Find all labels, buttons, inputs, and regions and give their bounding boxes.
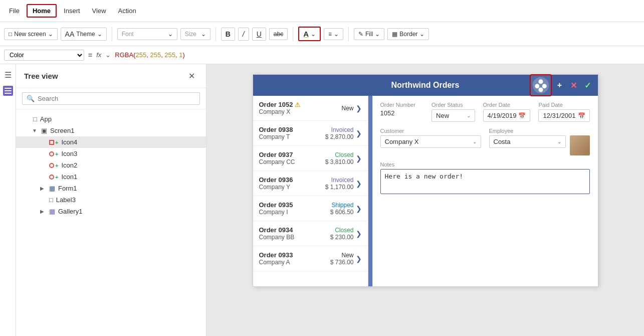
theme-button[interactable]: AA Theme ⌄ xyxy=(61,28,107,41)
order-status-value: New xyxy=(436,112,465,119)
menu-home[interactable]: Home xyxy=(27,4,57,18)
property-selector[interactable]: Color xyxy=(4,50,84,61)
paid-date-value: 12/31/2001 xyxy=(543,112,575,119)
confirm-button[interactable]: ✓ xyxy=(582,79,594,91)
order-info-0934: Order 0934 Company BB xyxy=(259,226,328,241)
order-date-input[interactable]: 4/19/2019 📅 xyxy=(483,109,531,122)
employee-row: Costa ⌄ xyxy=(489,135,590,155)
order-status-0938: Invoiced xyxy=(325,126,354,133)
tree-label-form1: Form1 xyxy=(58,185,77,192)
avatar-image xyxy=(570,135,590,155)
tree-item-icon4[interactable]: + Icon4 xyxy=(16,136,206,148)
order-status-0937: Closed xyxy=(325,151,354,158)
notes-label: Notes xyxy=(380,161,590,167)
order-num-0936: Order 0936 xyxy=(259,176,323,184)
order-item-0936[interactable]: Order 0936 Company Y Invoiced $ 1,170.00… xyxy=(253,171,368,196)
menu-file[interactable]: File xyxy=(4,5,25,17)
order-status-0933: New xyxy=(330,252,354,259)
order-list: Order 1052 ⚠ Company X New ❯ Order xyxy=(253,96,368,286)
order-item-0937[interactable]: Order 0937 Company CC Closed $ 3,810.00 … xyxy=(253,146,368,171)
italic-button[interactable]: / xyxy=(238,28,249,41)
fx-chevron-icon[interactable]: ⌄ xyxy=(105,51,111,59)
layers-icon[interactable] xyxy=(3,86,13,96)
order-chevron-0934: ❯ xyxy=(356,230,362,238)
icon3-badge: + xyxy=(49,151,58,157)
order-number-field: Order Number 1052 xyxy=(380,102,424,122)
employee-label: Employee xyxy=(489,128,590,134)
employee-avatar xyxy=(570,135,590,155)
search-input[interactable] xyxy=(38,95,195,102)
icon1-expand-placeholder xyxy=(40,174,46,180)
order-chevron-0935: ❯ xyxy=(356,205,362,213)
app-controls: + ✕ ✓ xyxy=(530,74,594,96)
font-color-button[interactable]: A ⌄ xyxy=(298,27,321,41)
order-item-0938[interactable]: Order 0938 Company T Invoiced $ 2,870.00… xyxy=(253,121,368,146)
font-size-selector[interactable]: Size ⌄ xyxy=(180,28,210,40)
underline-button[interactable]: U xyxy=(252,28,266,41)
order-item-1052[interactable]: Order 1052 ⚠ Company X New ❯ xyxy=(253,96,368,121)
tree-item-app[interactable]: □ App xyxy=(16,113,206,125)
order-amount-0935: $ 606.50 xyxy=(330,209,354,216)
svg-point-4 xyxy=(538,79,543,84)
menu-action[interactable]: Action xyxy=(113,5,141,17)
notes-input[interactable]: Here is a new order! xyxy=(380,169,590,194)
employee-select[interactable]: Costa ⌄ xyxy=(489,135,566,148)
order-status-select[interactable]: New ⌄ xyxy=(432,109,475,122)
formula-value: RGBA(255, 255, 255, 1) xyxy=(115,51,185,59)
svg-point-6 xyxy=(538,88,543,92)
tree-item-screen1[interactable]: ▼ ▣ Screen1 xyxy=(16,125,206,136)
font-selector[interactable]: Font ⌄ xyxy=(117,28,177,40)
border-icon: ▦ xyxy=(392,31,397,38)
order-item-0933[interactable]: Order 0933 Company A New $ 736.00 ❯ xyxy=(253,246,368,271)
menu-insert[interactable]: Insert xyxy=(59,5,85,17)
fx-label: fx xyxy=(96,51,101,59)
notes-field: Notes Here is a new order! xyxy=(380,161,590,196)
tree-close-button[interactable]: ✕ xyxy=(185,70,198,82)
order-list-divider xyxy=(368,96,372,286)
icon-cluster[interactable] xyxy=(530,74,552,96)
order-num-0938: Order 0938 xyxy=(259,126,323,133)
menu-bar: File Home Insert View Action xyxy=(0,0,644,22)
tree-label-icon1: Icon1 xyxy=(61,173,77,181)
align-icon: ≡ xyxy=(328,31,332,38)
order-amount-0937: $ 3,810.00 xyxy=(325,158,354,165)
font-color-icon: A xyxy=(303,30,309,38)
cancel-button[interactable]: ✕ xyxy=(568,79,580,91)
border-button[interactable]: ▦ Border ⌄ xyxy=(387,28,429,40)
add-button[interactable]: + xyxy=(554,79,566,91)
align-button[interactable]: ≡ ⌄ xyxy=(324,28,343,40)
menu-view[interactable]: View xyxy=(87,5,111,17)
order-list-container: Order 1052 ⚠ Company X New ❯ Order xyxy=(253,96,372,286)
label3-icon: □ xyxy=(49,196,53,204)
order-info-0935: Order 0935 Company I xyxy=(259,201,328,216)
icon3-expand-placeholder xyxy=(40,151,46,156)
strikethrough-button[interactable]: abc xyxy=(269,28,288,40)
tree-item-icon2[interactable]: + Icon2 xyxy=(16,159,206,171)
bold-button[interactable]: B xyxy=(221,28,235,41)
customer-select[interactable]: Company X ⌄ xyxy=(380,135,481,148)
tree-label-app: App xyxy=(40,115,52,123)
order-status-0935: Shipped xyxy=(330,202,354,209)
tree-content: □ App ▼ ▣ Screen1 + Icon4 xyxy=(16,109,206,336)
tree-item-label3[interactable]: □ Label3 xyxy=(16,194,206,206)
svg-point-7 xyxy=(535,84,539,88)
order-company-1052: Company X xyxy=(259,108,340,115)
northwind-app: Northwind Orders + ✕ ✓ xyxy=(253,74,598,287)
tree-item-gallery1[interactable]: ▶ ▦ Gallery1 xyxy=(16,206,206,217)
tree-item-icon3[interactable]: + Icon3 xyxy=(16,148,206,159)
form1-icon: ▦ xyxy=(49,185,55,192)
new-screen-button[interactable]: □ New screen ⌄ xyxy=(4,28,58,40)
form1-expand-icon: ▶ xyxy=(40,186,46,191)
paid-date-input[interactable]: 12/31/2001 📅 xyxy=(538,109,589,122)
toolbar-divider-4 xyxy=(348,27,349,41)
order-item-0934[interactable]: Order 0934 Company BB Closed $ 230.00 ❯ xyxy=(253,221,368,246)
tree-item-form1[interactable]: ▶ ▦ Form1 xyxy=(16,183,206,194)
order-chevron-0936: ❯ xyxy=(356,180,362,188)
tree-item-icon1[interactable]: + Icon1 xyxy=(16,171,206,183)
order-item-0935[interactable]: Order 0935 Company I Shipped $ 606.50 ❯ xyxy=(253,196,368,221)
hamburger-icon[interactable]: ☰ xyxy=(3,68,14,82)
order-chevron-0933: ❯ xyxy=(356,255,362,263)
fill-button[interactable]: ✎ Fill ⌄ xyxy=(354,28,384,40)
search-box: 🔍 xyxy=(22,92,200,105)
order-date-field: Order Date 4/19/2019 📅 xyxy=(483,102,531,122)
